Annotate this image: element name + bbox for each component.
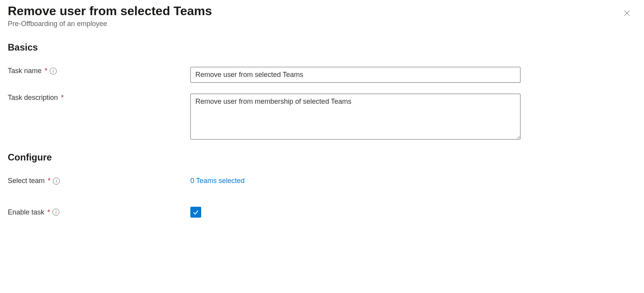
task-name-label: Task name: [8, 67, 42, 75]
close-icon: [623, 9, 631, 17]
select-team-control: 0 Teams selected: [190, 177, 520, 185]
enable-task-control: [190, 207, 520, 218]
required-indicator: *: [45, 67, 47, 75]
info-icon[interactable]: i: [52, 209, 59, 216]
basics-heading: Basics: [8, 42, 636, 53]
configure-heading: Configure: [8, 152, 636, 163]
task-description-control: [190, 94, 520, 141]
task-description-row: Task description *: [8, 94, 636, 141]
close-button[interactable]: [621, 7, 633, 19]
task-config-panel: Remove user from selected Teams Pre-Offb…: [8, 4, 636, 218]
enable-task-row: Enable task * i: [8, 207, 636, 218]
required-indicator: *: [48, 177, 50, 185]
enable-task-label: Enable task: [8, 208, 44, 216]
enable-task-checkbox[interactable]: [190, 207, 201, 218]
info-icon[interactable]: i: [53, 178, 60, 185]
page-title: Remove user from selected Teams: [8, 4, 636, 18]
task-description-label-group: Task description *: [8, 94, 190, 102]
task-name-row: Task name * i: [8, 67, 636, 83]
select-team-label: Select team: [8, 177, 45, 185]
required-indicator: *: [61, 94, 64, 102]
enable-task-label-group: Enable task * i: [8, 208, 190, 216]
required-indicator: *: [47, 208, 50, 216]
task-description-input[interactable]: [190, 94, 520, 140]
task-name-control: [190, 67, 520, 83]
task-name-input[interactable]: [190, 67, 520, 83]
task-description-label: Task description: [8, 94, 58, 102]
select-team-link[interactable]: 0 Teams selected: [190, 177, 245, 185]
info-icon[interactable]: i: [50, 68, 57, 75]
select-team-label-group: Select team * i: [8, 177, 190, 185]
select-team-row: Select team * i 0 Teams selected: [8, 177, 636, 185]
task-name-label-group: Task name * i: [8, 67, 190, 75]
checkmark-icon: [192, 208, 200, 216]
page-subtitle: Pre-Offboarding of an employee: [8, 20, 636, 28]
